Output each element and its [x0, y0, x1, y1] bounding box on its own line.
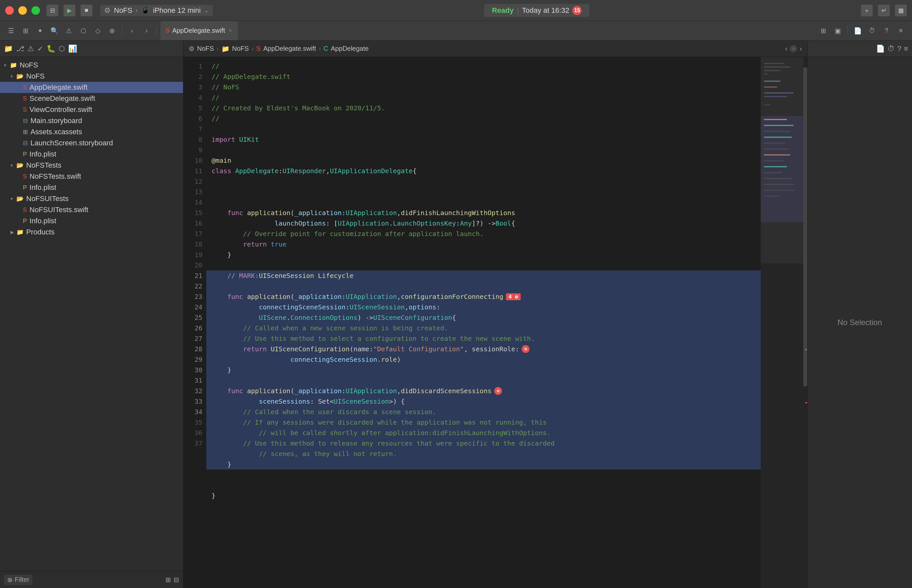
diamond-icon[interactable]: ◇ [92, 25, 103, 37]
rp-file-icon[interactable]: 📄 [876, 45, 885, 53]
swift-file-icon-3: S [23, 107, 27, 113]
location-icon[interactable]: ⊕ [106, 25, 118, 37]
sidebar-item-nofsTests-swift[interactable]: S NoFSTests.swift [0, 171, 183, 182]
editor-layout-icon[interactable]: ⊞ [817, 25, 829, 37]
code-line-39: } [206, 459, 761, 470]
hierarchy-icon[interactable]: ⊞ [19, 25, 31, 37]
close-button[interactable] [5, 6, 14, 15]
scheme-selector[interactable]: ⚙ NoFS › 📱 iPhone 12 mini ⌄ [100, 5, 213, 16]
sidebar-report-icon[interactable]: 📊 [68, 45, 77, 53]
stop-button[interactable]: ■ [81, 5, 92, 16]
warning-icon[interactable]: ⚠ [63, 25, 74, 37]
line-num-3: 3 [183, 82, 202, 92]
breadcrumb-nofs-group[interactable]: NoFS [232, 45, 249, 52]
rp-help-icon[interactable]: ? [897, 45, 901, 53]
sidebar-item-nofsTests[interactable]: ▾ 📂 NoFSTests [0, 160, 183, 171]
rp-inspector-icon[interactable]: ≡ [904, 45, 908, 53]
sidebar-item-nofsTests-plist[interactable]: P Info.plist [0, 182, 183, 193]
sidebar-item-products[interactable]: ▶ 📁 Products [0, 226, 183, 238]
filter-list-icon[interactable]: ⊞ [165, 576, 171, 584]
line-num-8: 8 [183, 134, 202, 145]
code-line-4: // [206, 92, 761, 103]
code-line-7 [206, 124, 761, 134]
editor-scrollbar[interactable] [803, 57, 807, 588]
sidebar-item-nofs-root[interactable]: ▾ 📁 NoFS [0, 60, 183, 71]
line-num-33: 33 [183, 396, 202, 407]
inspector-icon[interactable]: ≡ [895, 25, 907, 37]
breadcrumb-nav-close-icon[interactable]: × [790, 45, 797, 52]
sidebar-source-icon[interactable]: ⎇ [16, 45, 24, 53]
rp-clock-icon[interactable]: ⏱ [888, 45, 895, 53]
return-icon[interactable]: ↵ [878, 5, 890, 16]
sidebar-item-nofsUITests[interactable]: ▾ 📂 NoFSUITests [0, 193, 183, 204]
forward-nav-icon[interactable]: › [141, 25, 152, 37]
fullscreen-button[interactable] [31, 6, 40, 15]
breadcrumb-nofs-icon: ⚙ [189, 45, 194, 53]
canvas-icon[interactable]: ▣ [832, 25, 844, 37]
tab-appdelegate-swift[interactable]: S AppDelegate.swift × [160, 21, 238, 40]
code-content[interactable]: // // AppDelegate.swift // NoFS // // Cr… [206, 57, 761, 588]
sidebar-item-nofsTests-label: NoFSTests [26, 161, 61, 170]
breakpoint-icon[interactable]: ⬡ [77, 25, 89, 37]
minimap-svg [761, 57, 803, 588]
line-num-13: 13 [183, 187, 202, 197]
sidebar-item-appdelegate-label: AppDelegate.swift [29, 83, 87, 92]
code-line-33: sceneSessions : Set< UISceneSession >) { [206, 396, 761, 407]
group-icon: 📂 [16, 73, 24, 80]
sidebar-item-nofs-group[interactable]: ▾ 📂 NoFS [0, 71, 183, 82]
code-line-3: // NoFS [206, 82, 761, 92]
add-icon[interactable]: ＋ [861, 5, 873, 16]
sidebar-file-icon[interactable]: ☰ [5, 25, 17, 37]
sidebar-breakpoint-icon[interactable]: ⬡ [58, 45, 65, 53]
search-icon[interactable]: 🔍 [49, 25, 60, 37]
sidebar-file-tree: ▾ 📁 NoFS ▾ 📂 NoFS S AppDelegate.swift [0, 57, 183, 571]
editor-area: ⚙ NoFS › 📁 NoFS › S AppDelegate.swift › … [183, 40, 807, 588]
breadcrumb-nav-forward-icon[interactable]: › [800, 45, 802, 52]
breadcrumb-nofs[interactable]: NoFS [197, 45, 214, 52]
filter-button[interactable]: ⊕ Filter [4, 575, 32, 585]
sidebar-item-launchscreen-label: LaunchScreen.storyboard [31, 139, 113, 147]
code-line-20 [206, 260, 761, 270]
code-line-13 [206, 187, 761, 197]
bookmark-icon[interactable]: ✦ [34, 25, 46, 37]
sidebar-item-main-storyboard[interactable]: ⊟ Main.storyboard [0, 115, 183, 126]
tab-close-icon[interactable]: × [228, 28, 233, 33]
filter-grid-icon[interactable]: ⊟ [173, 576, 179, 584]
sidebar-item-nofsUITests-swift[interactable]: S NoFSUITests.swift [0, 204, 183, 215]
layout-icon[interactable]: ▦ [895, 5, 907, 16]
sidebar-item-assets[interactable]: ⊞ Assets.xcassets [0, 126, 183, 137]
sidebar-test-icon[interactable]: ✓ [37, 45, 43, 53]
doc-add-icon[interactable]: 📄 [852, 25, 863, 37]
sidebar-item-appdelegate[interactable]: S AppDelegate.swift [0, 82, 183, 93]
sidebar-item-launchscreen[interactable]: ⊟ LaunchScreen.storyboard [0, 137, 183, 149]
sidebar-toggle-icon[interactable]: ⊟ [47, 5, 58, 16]
scrollbar-thumb[interactable] [803, 68, 807, 386]
sidebar-item-info-plist[interactable]: P Info.plist [0, 149, 183, 160]
question-icon[interactable]: ? [881, 25, 893, 37]
right-panel: 📄 ⏱ ? ≡ No Selection [807, 40, 912, 588]
sidebar-warning-icon[interactable]: ⚠ [27, 45, 34, 53]
breadcrumb-appdelegate-file[interactable]: AppDelegate.swift [263, 45, 316, 52]
sidebar-file-nav-icon[interactable]: 📁 [4, 45, 13, 53]
breadcrumb-nav-back-icon[interactable]: ‹ [785, 45, 787, 52]
code-line-29: connectingSceneSession . role ) [206, 354, 761, 365]
minimize-button[interactable] [18, 6, 27, 15]
sidebar-item-viewcontroller[interactable]: S ViewController.swift [0, 104, 183, 115]
code-line-10: @main [206, 155, 761, 166]
sidebar-filter: ⊕ Filter ⊞ ⊟ [0, 571, 183, 588]
code-line-42: } [206, 490, 761, 501]
run-button[interactable]: ▶ [63, 5, 75, 16]
clock-icon[interactable]: ⏱ [866, 25, 878, 37]
back-nav-icon[interactable]: ‹ [126, 25, 138, 37]
line-num-2: 2 [183, 71, 202, 82]
line-num-14: 14 [183, 197, 202, 208]
error-count-badge[interactable]: 15 [572, 6, 582, 15]
sidebar-item-nofsUITests-plist[interactable]: P Info.plist [0, 215, 183, 226]
breadcrumb-sep-2: › [252, 45, 254, 52]
toolbar-separator-3 [847, 25, 848, 34]
line-num-25: 25 [183, 312, 202, 323]
sidebar-debug-icon[interactable]: 🐛 [47, 45, 55, 53]
uitests-group-icon: 📂 [16, 195, 24, 202]
breadcrumb-appdelegate-class[interactable]: AppDelegate [331, 45, 369, 52]
sidebar-item-scenedelegate[interactable]: S SceneDelegate.swift [0, 93, 183, 104]
